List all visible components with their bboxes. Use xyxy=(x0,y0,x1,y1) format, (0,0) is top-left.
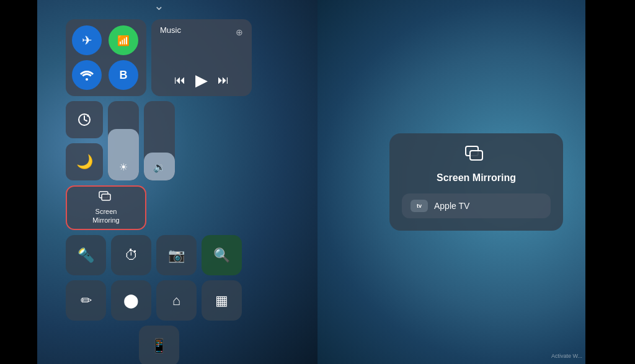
brightness-slider[interactable]: ☀ xyxy=(108,101,139,180)
small-buttons: 🌙 xyxy=(66,101,103,180)
popup-title: Screen Mirroring xyxy=(437,172,516,184)
screen-mirroring-label: ScreenMirroring xyxy=(92,208,119,224)
music-controls: ⏮ ▶ ⏭ xyxy=(174,71,229,90)
left-panel: ⌄ ✈ 📶 B Music ⊕ xyxy=(0,0,318,364)
bottom-row-2: ✏ ⬤ ⌂ ▦ xyxy=(66,280,252,321)
screen-mirroring-icon xyxy=(99,191,113,205)
svg-rect-3 xyxy=(102,194,110,200)
cellular-button[interactable]: 📶 xyxy=(109,25,138,55)
magnifier-button[interactable]: 🔍 xyxy=(202,235,242,275)
volume-icon: 🔉 xyxy=(153,161,166,173)
sliders-area: ☀ 🔉 xyxy=(108,101,252,180)
wifi-button[interactable] xyxy=(72,60,102,90)
top-row: ✈ 📶 B Music ⊕ ⏮ xyxy=(66,19,252,96)
bluetooth-button[interactable]: B xyxy=(109,60,138,90)
brightness-icon: ☀ xyxy=(119,161,128,173)
timer-button[interactable]: ⏱ xyxy=(111,235,151,275)
svg-point-0 xyxy=(86,78,88,81)
volume-slider[interactable]: 🔉 xyxy=(144,101,175,180)
screen-mirroring-button[interactable]: ScreenMirroring xyxy=(66,185,146,230)
apple-tv-device-row[interactable]: tv Apple TV xyxy=(402,193,551,218)
next-button[interactable]: ⏭ xyxy=(218,74,229,87)
bottom-row-3: 📱 xyxy=(66,326,252,364)
control-center: ⌄ ✈ 📶 B Music ⊕ xyxy=(66,0,252,364)
record-button[interactable]: ⬤ xyxy=(111,280,151,321)
play-button[interactable]: ▶ xyxy=(195,71,208,90)
apple-tv-name: Apple TV xyxy=(434,201,469,211)
middle-row: 🌙 ☀ 🔉 xyxy=(66,101,252,180)
prev-button[interactable]: ⏮ xyxy=(174,74,185,87)
remote-button[interactable]: 📱 xyxy=(139,326,179,364)
popup-header: Screen Mirroring xyxy=(402,146,551,184)
chevron-icon[interactable]: ⌄ xyxy=(66,0,252,13)
apple-tv-icon: tv xyxy=(411,200,428,212)
airplay-icon[interactable]: ⊕ xyxy=(236,27,243,37)
camera-button[interactable]: 📷 xyxy=(156,235,197,275)
flashlight-button[interactable]: 🔦 xyxy=(66,235,106,275)
connectivity-block: ✈ 📶 B xyxy=(66,19,146,96)
calculator-button[interactable]: ▦ xyxy=(202,280,242,321)
svg-rect-5 xyxy=(470,151,482,160)
bottom-row-1: 🔦 ⏱ 📷 🔍 xyxy=(66,235,252,275)
markup-button[interactable]: ✏ xyxy=(66,280,106,321)
music-block: Music ⊕ ⏮ ▶ ⏭ xyxy=(151,19,252,96)
music-title: Music xyxy=(160,25,181,35)
right-panel: Screen Mirroring tv Apple TV Activate W.… xyxy=(318,0,635,364)
popup-mirroring-icon xyxy=(465,146,487,167)
screen-mirroring-popup: Screen Mirroring tv Apple TV xyxy=(389,133,563,231)
activate-windows-watermark: Activate W... xyxy=(551,353,582,359)
rotation-lock-button[interactable] xyxy=(66,101,103,138)
do-not-disturb-button[interactable]: 🌙 xyxy=(66,143,103,180)
screen-mirroring-row: ScreenMirroring xyxy=(66,185,252,230)
airplane-mode-button[interactable]: ✈ xyxy=(72,25,102,55)
home-button[interactable]: ⌂ xyxy=(156,280,197,321)
